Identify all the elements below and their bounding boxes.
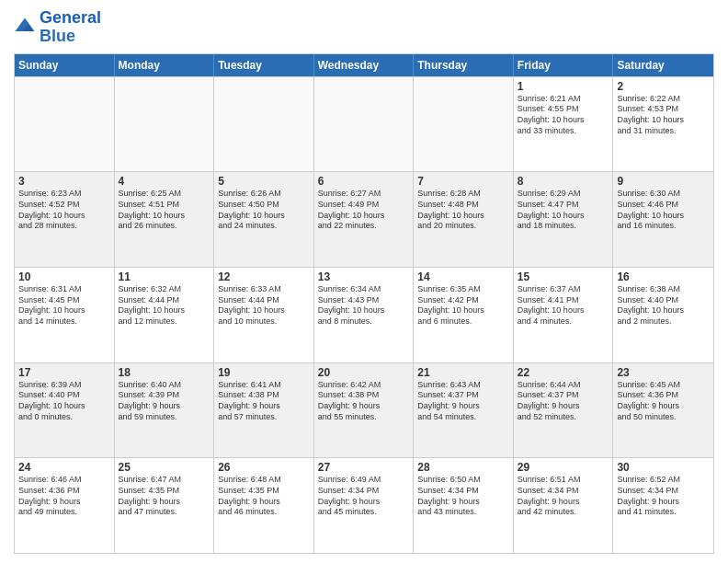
day-cell-30: 30Sunrise: 6:52 AM Sunset: 4:34 PM Dayli…: [613, 458, 713, 553]
day-cell-19: 19Sunrise: 6:41 AM Sunset: 4:38 PM Dayli…: [214, 363, 314, 458]
day-info: Sunrise: 6:33 AM Sunset: 4:44 PM Dayligh…: [218, 284, 310, 327]
day-info: Sunrise: 6:32 AM Sunset: 4:44 PM Dayligh…: [119, 284, 210, 327]
day-info: Sunrise: 6:21 AM Sunset: 4:55 PM Dayligh…: [518, 94, 609, 137]
day-number: 27: [318, 461, 410, 474]
day-cell-4: 4Sunrise: 6:25 AM Sunset: 4:51 PM Daylig…: [115, 172, 215, 267]
header-day-tuesday: Tuesday: [214, 54, 314, 76]
header-day-wednesday: Wednesday: [314, 54, 415, 76]
day-info: Sunrise: 6:50 AM Sunset: 4:34 PM Dayligh…: [417, 475, 509, 518]
day-info: Sunrise: 6:44 AM Sunset: 4:37 PM Dayligh…: [518, 380, 609, 423]
day-cell-20: 20Sunrise: 6:42 AM Sunset: 4:38 PM Dayli…: [314, 363, 415, 458]
day-cell-26: 26Sunrise: 6:48 AM Sunset: 4:35 PM Dayli…: [214, 458, 314, 553]
day-info: Sunrise: 6:45 AM Sunset: 4:36 PM Dayligh…: [617, 380, 710, 423]
day-number: 1: [518, 80, 609, 93]
calendar-row-5: 24Sunrise: 6:46 AM Sunset: 4:36 PM Dayli…: [15, 457, 713, 553]
day-cell-1: 1Sunrise: 6:21 AM Sunset: 4:55 PM Daylig…: [514, 77, 614, 172]
day-number: 22: [518, 366, 609, 379]
header-day-sunday: Sunday: [15, 54, 115, 76]
day-cell-14: 14Sunrise: 6:35 AM Sunset: 4:42 PM Dayli…: [414, 268, 514, 362]
calendar-row-1: 1Sunrise: 6:21 AM Sunset: 4:55 PM Daylig…: [15, 76, 713, 172]
empty-cell: [214, 77, 314, 172]
day-info: Sunrise: 6:49 AM Sunset: 4:34 PM Dayligh…: [318, 475, 410, 518]
day-cell-28: 28Sunrise: 6:50 AM Sunset: 4:34 PM Dayli…: [414, 458, 514, 553]
day-info: Sunrise: 6:38 AM Sunset: 4:40 PM Dayligh…: [617, 284, 710, 327]
day-number: 3: [18, 175, 110, 188]
day-info: Sunrise: 6:31 AM Sunset: 4:45 PM Dayligh…: [18, 284, 110, 327]
day-number: 25: [119, 461, 210, 474]
day-cell-10: 10Sunrise: 6:31 AM Sunset: 4:45 PM Dayli…: [15, 268, 115, 362]
day-cell-13: 13Sunrise: 6:34 AM Sunset: 4:43 PM Dayli…: [314, 268, 415, 362]
day-number: 7: [417, 175, 509, 188]
empty-cell: [115, 77, 215, 172]
day-number: 9: [617, 175, 710, 188]
day-number: 13: [318, 270, 410, 283]
day-number: 4: [119, 175, 210, 188]
day-cell-25: 25Sunrise: 6:47 AM Sunset: 4:35 PM Dayli…: [115, 458, 215, 553]
day-info: Sunrise: 6:22 AM Sunset: 4:53 PM Dayligh…: [617, 94, 710, 137]
header: General Blue: [14, 9, 714, 46]
calendar-row-3: 10Sunrise: 6:31 AM Sunset: 4:45 PM Dayli…: [15, 267, 713, 362]
day-cell-22: 22Sunrise: 6:44 AM Sunset: 4:37 PM Dayli…: [514, 363, 614, 458]
header-day-saturday: Saturday: [613, 54, 713, 76]
day-cell-21: 21Sunrise: 6:43 AM Sunset: 4:37 PM Dayli…: [414, 363, 514, 458]
day-cell-15: 15Sunrise: 6:37 AM Sunset: 4:41 PM Dayli…: [514, 268, 614, 362]
day-number: 8: [518, 175, 609, 188]
day-cell-18: 18Sunrise: 6:40 AM Sunset: 4:39 PM Dayli…: [115, 363, 215, 458]
day-info: Sunrise: 6:42 AM Sunset: 4:38 PM Dayligh…: [318, 380, 410, 423]
page: General Blue SundayMondayTuesdayWednesda…: [0, 0, 728, 563]
logo: General Blue: [14, 9, 101, 46]
day-number: 30: [617, 461, 710, 474]
day-number: 18: [119, 366, 210, 379]
day-number: 19: [218, 366, 310, 379]
day-number: 6: [318, 175, 410, 188]
day-cell-5: 5Sunrise: 6:26 AM Sunset: 4:50 PM Daylig…: [214, 172, 314, 267]
day-cell-7: 7Sunrise: 6:28 AM Sunset: 4:48 PM Daylig…: [414, 172, 514, 267]
day-cell-9: 9Sunrise: 6:30 AM Sunset: 4:46 PM Daylig…: [613, 172, 713, 267]
day-info: Sunrise: 6:40 AM Sunset: 4:39 PM Dayligh…: [119, 380, 210, 423]
day-cell-3: 3Sunrise: 6:23 AM Sunset: 4:52 PM Daylig…: [15, 172, 115, 267]
header-day-friday: Friday: [514, 54, 614, 76]
day-cell-16: 16Sunrise: 6:38 AM Sunset: 4:40 PM Dayli…: [613, 268, 713, 362]
day-cell-8: 8Sunrise: 6:29 AM Sunset: 4:47 PM Daylig…: [514, 172, 614, 267]
header-day-monday: Monday: [115, 54, 215, 76]
day-number: 14: [417, 270, 509, 283]
day-cell-6: 6Sunrise: 6:27 AM Sunset: 4:49 PM Daylig…: [314, 172, 415, 267]
day-info: Sunrise: 6:27 AM Sunset: 4:49 PM Dayligh…: [318, 189, 410, 232]
day-number: 15: [518, 270, 609, 283]
day-cell-23: 23Sunrise: 6:45 AM Sunset: 4:36 PM Dayli…: [613, 363, 713, 458]
day-info: Sunrise: 6:30 AM Sunset: 4:46 PM Dayligh…: [617, 189, 710, 232]
day-info: Sunrise: 6:52 AM Sunset: 4:34 PM Dayligh…: [617, 475, 710, 518]
day-number: 16: [617, 270, 710, 283]
day-number: 28: [417, 461, 509, 474]
day-number: 10: [18, 270, 110, 283]
day-info: Sunrise: 6:37 AM Sunset: 4:41 PM Dayligh…: [518, 284, 609, 327]
empty-cell: [15, 77, 115, 172]
day-cell-29: 29Sunrise: 6:51 AM Sunset: 4:34 PM Dayli…: [514, 458, 614, 553]
day-number: 2: [617, 80, 710, 93]
day-cell-27: 27Sunrise: 6:49 AM Sunset: 4:34 PM Dayli…: [314, 458, 415, 553]
day-number: 29: [518, 461, 609, 474]
logo-icon: [14, 17, 36, 39]
day-info: Sunrise: 6:51 AM Sunset: 4:34 PM Dayligh…: [518, 475, 609, 518]
empty-cell: [314, 77, 415, 172]
day-info: Sunrise: 6:41 AM Sunset: 4:38 PM Dayligh…: [218, 380, 310, 423]
day-number: 17: [18, 366, 110, 379]
day-info: Sunrise: 6:25 AM Sunset: 4:51 PM Dayligh…: [119, 189, 210, 232]
day-info: Sunrise: 6:48 AM Sunset: 4:35 PM Dayligh…: [218, 475, 310, 518]
day-info: Sunrise: 6:43 AM Sunset: 4:37 PM Dayligh…: [417, 380, 509, 423]
day-info: Sunrise: 6:35 AM Sunset: 4:42 PM Dayligh…: [417, 284, 509, 327]
day-cell-11: 11Sunrise: 6:32 AM Sunset: 4:44 PM Dayli…: [115, 268, 215, 362]
calendar-row-2: 3Sunrise: 6:23 AM Sunset: 4:52 PM Daylig…: [15, 171, 713, 267]
header-day-thursday: Thursday: [414, 54, 514, 76]
day-info: Sunrise: 6:23 AM Sunset: 4:52 PM Dayligh…: [18, 189, 110, 232]
day-info: Sunrise: 6:47 AM Sunset: 4:35 PM Dayligh…: [119, 475, 210, 518]
day-number: 5: [218, 175, 310, 188]
day-number: 12: [218, 270, 310, 283]
day-cell-24: 24Sunrise: 6:46 AM Sunset: 4:36 PM Dayli…: [15, 458, 115, 553]
day-number: 20: [318, 366, 410, 379]
day-number: 21: [417, 366, 509, 379]
day-number: 24: [18, 461, 110, 474]
day-number: 26: [218, 461, 310, 474]
day-number: 11: [119, 270, 210, 283]
day-info: Sunrise: 6:39 AM Sunset: 4:40 PM Dayligh…: [18, 380, 110, 423]
